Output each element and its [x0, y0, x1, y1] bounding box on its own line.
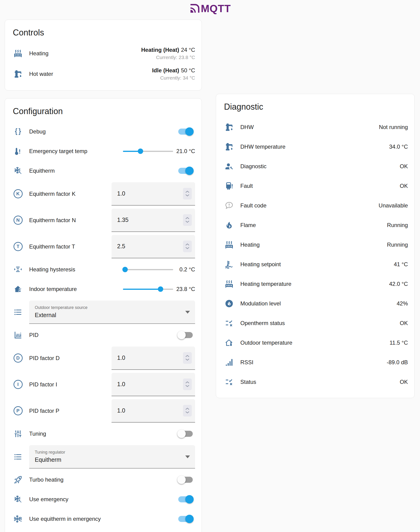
hysteresis-icon — [13, 265, 23, 274]
number-input-field[interactable] — [112, 235, 195, 258]
diagnostic-card: Diagnostic DHWNot runningDHW temperature… — [216, 94, 415, 398]
diagnostic-row-value: OK — [400, 163, 408, 170]
code-braces-icon — [13, 127, 23, 136]
controls-row[interactable]: Hot waterIdle (Heat)50 °CCurrently: 34 °… — [11, 64, 195, 84]
number-input[interactable] — [117, 217, 183, 223]
control-state-line: Idle (Heat)50 °C — [152, 67, 195, 74]
diagnostic-row[interactable]: DHW temperature34.0 °C — [223, 137, 408, 157]
fire-circle-icon — [225, 299, 234, 308]
message-alert-icon — [225, 201, 234, 210]
fire-icon — [225, 221, 234, 230]
diagnostic-row-value: OK — [400, 183, 408, 189]
alpha-p-circle-icon: P — [14, 406, 23, 415]
config-row-number: KEquitherm factor K — [11, 181, 195, 207]
control-state-block: Heating (Heat)24 °CCurrently: 23.8 °C — [141, 47, 195, 60]
toggle-switch[interactable] — [178, 431, 193, 437]
diagnostic-row[interactable]: Heating setpoint41 °C — [223, 254, 408, 274]
stepper-buttons[interactable] — [183, 241, 192, 252]
diagnostic-row[interactable]: Outdoor temperature11.5 °C — [223, 333, 408, 353]
diagnostic-row[interactable]: FlameRunning — [223, 215, 408, 235]
slider-handle[interactable] — [122, 267, 128, 272]
number-input-field[interactable] — [112, 373, 195, 396]
slider-track — [123, 269, 173, 270]
toggle-switch[interactable] — [178, 496, 193, 502]
slider[interactable] — [123, 286, 173, 292]
diagnostic-row-label: Status — [240, 379, 256, 385]
config-row-number: NEquitherm factor N — [11, 207, 195, 233]
diagnostic-row[interactable]: HeatingRunning — [223, 235, 408, 254]
current-temperature-text: Currently: 23.8 °C — [141, 55, 195, 60]
config-row-label: Indoor temperature — [29, 286, 77, 292]
config-row-label: PID factor I — [29, 381, 57, 388]
config-row-number: DPID factor D — [11, 345, 195, 371]
number-input[interactable] — [117, 407, 183, 414]
number-input[interactable] — [117, 381, 183, 387]
controls-row[interactable]: HeatingHeating (Heat)24 °CCurrently: 23.… — [11, 43, 195, 64]
number-input-field[interactable] — [112, 182, 195, 206]
snowflake-wrench-icon — [13, 166, 23, 175]
number-input[interactable] — [117, 355, 183, 361]
control-state-line: Heating (Heat)24 °C — [141, 47, 195, 53]
diagnostic-row-label: Heating setpoint — [240, 261, 281, 268]
toggle-switch[interactable] — [178, 332, 193, 338]
select-field[interactable]: Outdoor temperature sourceExternal — [29, 300, 195, 324]
number-input-field[interactable] — [112, 209, 195, 232]
config-row-toggle: Use emergency — [11, 489, 195, 509]
config-row-label: PID factor P — [29, 408, 59, 414]
toggle-switch[interactable] — [178, 129, 193, 135]
current-temperature-text: Currently: 34 °C — [152, 75, 195, 81]
stepper-buttons[interactable] — [183, 378, 192, 390]
control-row-label: Hot water — [29, 71, 53, 77]
toggle-switch[interactable] — [178, 168, 193, 174]
water-pump-icon — [13, 70, 23, 78]
slider-handle[interactable] — [158, 286, 163, 292]
select-field-label: Tuning regulator — [35, 450, 183, 455]
slider-handle[interactable] — [138, 148, 143, 154]
toggle-switch[interactable] — [178, 477, 193, 483]
list-status-icon — [225, 378, 234, 386]
slider-fill — [123, 289, 161, 290]
radiator-icon — [225, 240, 234, 249]
diagnostic-row[interactable]: DiagnosticOK — [223, 157, 408, 176]
diagnostic-row-value: Running — [387, 222, 408, 228]
chart-bar-icon — [13, 331, 23, 340]
diagnostic-row[interactable]: StatusOK — [223, 372, 408, 392]
configuration-card: Configuration DebugEmergency target temp… — [5, 98, 202, 532]
stepper-buttons[interactable] — [183, 188, 192, 200]
diagnostic-rows: DHWNot runningDHW temperature34.0 °CDiag… — [223, 117, 408, 392]
toggle-thumb — [177, 331, 186, 339]
slider-value-text: 23.8 °C — [174, 286, 195, 293]
select-field-value: Equitherm — [35, 456, 183, 463]
config-row-number: IPID factor I — [11, 371, 195, 398]
number-input[interactable] — [117, 190, 183, 197]
config-row-label: Equitherm factor T — [29, 243, 75, 250]
number-input[interactable] — [117, 243, 183, 250]
radiator-icon — [13, 49, 23, 58]
stepper-buttons[interactable] — [183, 405, 192, 416]
diagnostic-row[interactable]: DHWNot running — [223, 117, 408, 137]
diagnostic-row[interactable]: Fault codeUnavailable — [223, 196, 408, 215]
diagnostic-row-label: Heating — [240, 241, 260, 248]
config-row-toggle: Equitherm — [11, 161, 195, 181]
slider-value-text: 0.2 °C — [174, 266, 195, 273]
home-thermometer-outline-icon — [225, 338, 234, 347]
stepper-buttons[interactable] — [183, 352, 192, 364]
diagnostic-row-value: Running — [387, 241, 408, 248]
config-row-select: Tuning regulatorEquitherm — [11, 443, 195, 470]
number-input-field[interactable] — [112, 346, 195, 370]
slider[interactable] — [123, 148, 173, 154]
configuration-rows: DebugEmergency target temp21.0 °CEquithe… — [11, 122, 195, 529]
diagnostic-row[interactable]: FaultOK — [223, 176, 408, 196]
diagnostic-row[interactable]: RSSI-89.0 dB — [223, 353, 408, 372]
diagnostic-row[interactable]: Heating temperature42.0 °C — [223, 274, 408, 294]
toggle-switch[interactable] — [178, 516, 193, 522]
diagnostic-row-value: 41 °C — [394, 261, 408, 268]
number-input-field[interactable] — [112, 399, 195, 423]
diagnostic-row-value: OK — [400, 379, 408, 385]
diagnostic-row[interactable]: Modulation level42% — [223, 294, 408, 313]
slider[interactable] — [123, 267, 173, 272]
config-row-label: Use equitherm in emergency — [29, 516, 101, 522]
diagnostic-row[interactable]: Opentherm statusOK — [223, 313, 408, 333]
select-field[interactable]: Tuning regulatorEquitherm — [29, 445, 195, 469]
stepper-buttons[interactable] — [183, 214, 192, 226]
